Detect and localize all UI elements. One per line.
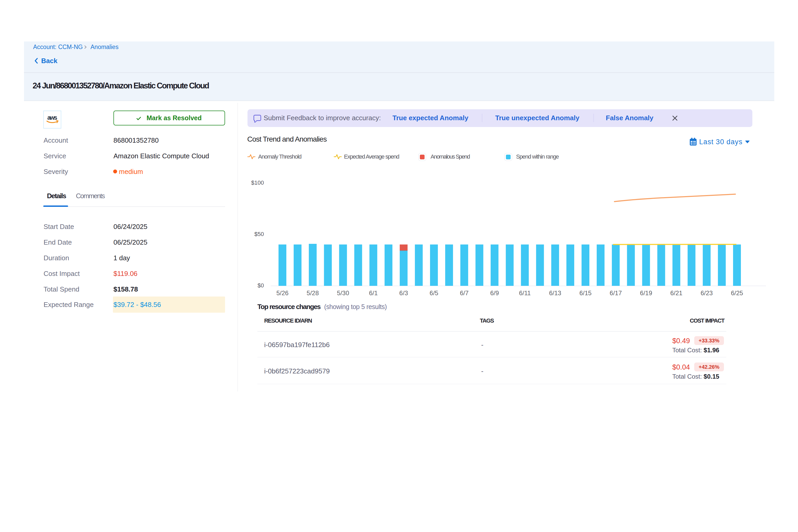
- svg-text:6/1: 6/1: [369, 289, 378, 297]
- svg-text:6/17: 6/17: [610, 289, 622, 297]
- svg-text:6/7: 6/7: [460, 289, 469, 297]
- svg-text:6/25: 6/25: [731, 289, 743, 297]
- svg-text:$100: $100: [251, 179, 264, 186]
- svg-text:5/28: 5/28: [307, 289, 319, 297]
- svg-text:aws: aws: [48, 114, 57, 121]
- svg-text:6/13: 6/13: [549, 289, 561, 297]
- svg-text:6/19: 6/19: [640, 289, 652, 297]
- svg-text:5/30: 5/30: [337, 289, 349, 297]
- svg-text:6/9: 6/9: [490, 289, 499, 297]
- svg-text:$0: $0: [258, 282, 264, 289]
- svg-text:6/15: 6/15: [580, 289, 592, 297]
- svg-text:6/23: 6/23: [701, 289, 713, 297]
- svg-text:6/11: 6/11: [519, 289, 531, 297]
- svg-text:6/3: 6/3: [399, 289, 408, 297]
- svg-text:$50: $50: [254, 231, 264, 237]
- svg-text:6/21: 6/21: [670, 289, 682, 297]
- svg-text:6/5: 6/5: [430, 289, 438, 297]
- svg-text:5/26: 5/26: [277, 289, 289, 297]
